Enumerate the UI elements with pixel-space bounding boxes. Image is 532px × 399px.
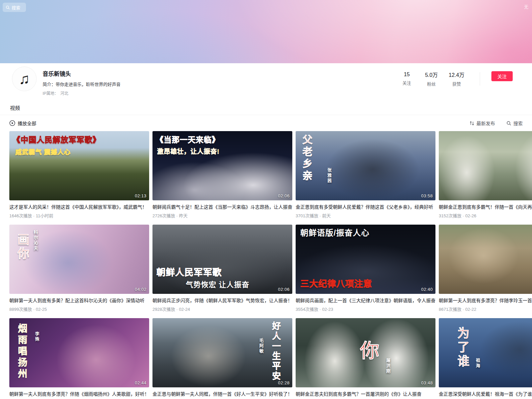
stat-likes-label: 获赞 — [449, 81, 464, 87]
video-thumbnail[interactable]: 画你 科尔沁夫 04:02 — [9, 225, 149, 294]
thumbnail-overlay-text: 烟雨唱扬州 李殊 — [9, 318, 149, 387]
video-card[interactable]: 《当那一天来临》 激昂雄壮，让人振奋! 02:06 朝鲜阅兵霸气十足！配上这首《… — [152, 131, 292, 219]
video-duration: 04:02 — [135, 287, 146, 292]
toolbar-right: 最新发布 搜索 — [469, 120, 523, 126]
video-card[interactable]: 朝鲜语版/振奋人心 三大纪律八项注意 02:40 朝鲜阅兵画面，配上一首《三大纪… — [296, 225, 435, 312]
video-thumbnail[interactable]: 《当那一天来临》 激昂雄壮，让人振奋! 02:06 — [152, 131, 292, 200]
video-card[interactable]: 烟雨唱扬州 李殊 02:44 朝鲜第一夫人到底有多漂亮？伴随《烟雨唱扬州》人美歌… — [9, 318, 149, 399]
list-search-label: 搜索 — [513, 120, 523, 126]
video-stats: 2928次播放 · 02-24 — [152, 306, 292, 312]
video-stats: 8899次播放 · 02-25 — [9, 306, 149, 312]
video-title[interactable]: 朝鲜金正恩夫妇到底有多霸气？一首屠洪刚的《你》让人振奋 — [296, 390, 435, 397]
video-thumbnail[interactable]: 父老乡亲 张雅茜 03:58 — [296, 131, 435, 200]
top-search-label: 搜索 — [12, 4, 20, 11]
video-card[interactable]: 朝鲜人民军军歌 气势恢宏 让人振奋 02:06 朝鲜阅兵正步闪亮，伴随《朝鲜人民… — [152, 225, 292, 312]
tab-videos[interactable]: 视频 — [9, 100, 21, 115]
video-title[interactable]: 金正恩与朝鲜第一夫人同框，伴随一首《好人一生平安》好听极了！ — [152, 390, 292, 397]
video-grid: 《中国人民解放军军歌》 威武霸气 震撼人心 02:13 这才是军人的风采！伴随这… — [0, 130, 532, 399]
video-thumbnail[interactable]: 美人吟 李玲玉 03:57 — [439, 225, 532, 294]
profile-ip-location: IP属地：河北 — [43, 90, 399, 96]
video-card[interactable]: 父老乡亲 张雅茜 03:58 金正恩到底有多受朝鲜人民爱戴？伴随这首《父老乡亲》… — [296, 131, 435, 219]
list-search-button[interactable]: 搜索 — [506, 120, 523, 126]
banner-corner-text: 无 — [524, 3, 532, 10]
thumbnail-overlay-text: 父老乡亲 张雅茜 — [296, 131, 435, 200]
video-stats: 3701次播放 · 前天 — [296, 212, 435, 219]
video-duration: 02:40 — [421, 287, 433, 292]
video-title[interactable]: 朝鲜金正恩到底有多霸气！伴随一首《向天再借五百年》震撼人心！ — [439, 203, 532, 210]
video-duration: 02:06 — [278, 287, 290, 292]
profile-stats: 15 关注 5.0万 粉丝 12.4万 获赞 — [399, 71, 482, 87]
profile-avatar[interactable]: ♫ — [12, 67, 37, 91]
thumbnail-overlay-text: 朝鲜语版/振奋人心 三大纪律八项注意 — [296, 225, 435, 294]
video-title[interactable]: 朝鲜阅兵正步闪亮，伴随《朝鲜人民军军歌》气势恢宏，让人振奋！ — [152, 297, 292, 303]
top-search-box[interactable]: 搜索 — [3, 3, 26, 12]
profile-tabs: 视频 — [0, 100, 532, 115]
video-thumbnail[interactable]: 《中国人民解放军军歌》 威武霸气 震撼人心 02:13 — [9, 131, 149, 200]
video-thumbnail[interactable]: 为了谁 祖海 04:35 — [439, 318, 532, 387]
video-thumbnail[interactable]: 好人一生平安 毛阿敏 02:28 — [152, 318, 292, 387]
video-thumbnail[interactable]: 你 屠洪刚 03:48 — [296, 318, 435, 387]
stat-followers[interactable]: 5.0万 粉丝 — [424, 71, 439, 87]
video-card[interactable]: 《中国人民解放军军歌》 威武霸气 震撼人心 02:13 这才是军人的风采！伴随这… — [9, 131, 149, 219]
video-duration: 03:58 — [421, 193, 433, 198]
stat-likes-value: 12.4万 — [449, 71, 464, 79]
search-icon — [506, 121, 511, 126]
thumbnail-overlay-text: 向天再借五百年 — [439, 131, 532, 200]
video-card[interactable]: 好人一生平安 毛阿敏 02:28 金正恩与朝鲜第一夫人同框，伴随一首《好人一生平… — [152, 318, 292, 399]
video-stats: 8671次播放 · 02-22 — [439, 306, 532, 312]
video-card[interactable]: 画你 科尔沁夫 04:02 朝鲜第一夫人到底有多美？配上这首科尔沁夫的《画你》深… — [9, 225, 149, 312]
stats-divider — [480, 72, 480, 86]
thumbnail-overlay-text: 朝鲜人民军军歌 气势恢宏 让人振奋 — [152, 225, 292, 294]
video-title[interactable]: 朝鲜第一夫人到底有多美？配上这首科尔沁夫的《画你》深情动听 — [9, 297, 149, 303]
video-title[interactable]: 金正恩深受朝鲜人民爱戴！祖海一首《为了谁》歌声亲切，感动人心 — [439, 390, 532, 397]
thumbnail-overlay-text: 《中国人民解放军军歌》 威武霸气 震撼人心 — [9, 131, 149, 200]
video-duration: 02:44 — [135, 380, 146, 385]
video-duration: 02:28 — [278, 380, 290, 385]
video-thumbnail[interactable]: 朝鲜人民军军歌 气势恢宏 让人振奋 02:06 — [152, 225, 292, 294]
video-title[interactable]: 朝鲜阅兵霸气十足！配上这首《当那一天来临》斗志昂扬，让人振奋 — [152, 203, 292, 210]
profile-name: 音乐新镜头 — [43, 68, 399, 78]
stat-likes[interactable]: 12.4万 获赞 — [449, 71, 464, 87]
video-title[interactable]: 朝鲜第一夫人到底有多漂亮？伴随李玲玉一首《美人吟》经典好听！ — [439, 297, 532, 303]
stat-following-value: 15 — [399, 72, 414, 78]
video-title[interactable]: 这才是军人的风采！伴随这首《中国人民解放军军歌》，威武霸气！ — [9, 203, 149, 210]
video-duration: 03:48 — [421, 380, 433, 385]
video-card[interactable]: 向天再借五百年 03:07 朝鲜金正恩到底有多霸气！伴随一首《向天再借五百年》震… — [439, 131, 532, 219]
thumbnail-overlay-text: 好人一生平安 毛阿敏 — [152, 318, 292, 387]
video-card[interactable]: 为了谁 祖海 04:35 金正恩深受朝鲜人民爱戴！祖海一首《为了谁》歌声亲切，感… — [439, 318, 532, 399]
video-card[interactable]: 你 屠洪刚 03:48 朝鲜金正恩夫妇到底有多霸气？一首屠洪刚的《你》让人振奋 … — [296, 318, 435, 399]
stat-following[interactable]: 15 关注 — [399, 72, 414, 86]
play-all-button[interactable]: 播放全部 — [9, 120, 36, 126]
follow-button[interactable]: 关注 — [491, 71, 513, 81]
video-duration: 02:06 — [278, 193, 290, 198]
video-card[interactable]: 美人吟 李玲玉 03:57 朝鲜第一夫人到底有多漂亮？伴随李玲玉一首《美人吟》经… — [439, 225, 532, 312]
music-notes-icon: ♫ — [19, 71, 30, 87]
video-title[interactable]: 朝鲜第一夫人到底有多漂亮？伴随《烟雨唱扬州》人美歌甜，好听！ — [9, 390, 149, 397]
video-title[interactable]: 朝鲜阅兵画面，配上一首《三大纪律八项注意》朝鲜语版，令人振奋 — [296, 297, 435, 303]
thumbnail-overlay-text: 美人吟 李玲玉 — [439, 225, 532, 294]
video-title[interactable]: 金正恩到底有多受朝鲜人民爱戴？伴随这首《父老乡亲》，经典好听 — [296, 203, 435, 210]
sort-icon — [469, 121, 474, 126]
search-icon — [6, 5, 10, 10]
ip-label: IP属地： — [43, 91, 58, 96]
profile-bio: 简介：带你走进音乐，聆听世界的好声音 — [43, 81, 399, 87]
sort-label: 最新发布 — [476, 120, 495, 126]
stat-followers-label: 粉丝 — [424, 81, 439, 87]
thumbnail-overlay-text: 为了谁 祖海 — [439, 318, 532, 387]
stat-following-label: 关注 — [399, 80, 414, 86]
profile-info: 音乐新镜头 简介：带你走进音乐，聆听世界的好声音 IP属地：河北 — [43, 68, 399, 96]
play-circle-icon — [9, 120, 15, 126]
video-toolbar: 播放全部 最新发布 搜索 — [0, 115, 532, 130]
profile-header: ♫ 音乐新镜头 简介：带你走进音乐，聆听世界的好声音 IP属地：河北 15 关注… — [0, 63, 532, 96]
thumbnail-overlay-text: 《当那一天来临》 激昂雄壮，让人振奋! — [152, 131, 292, 200]
video-thumbnail[interactable]: 烟雨唱扬州 李殊 02:44 — [9, 318, 149, 387]
video-stats: 3554次播放 · 02-23 — [296, 306, 435, 312]
ip-value: 河北 — [60, 91, 68, 96]
video-stats: 2726次播放 · 昨天 — [152, 212, 292, 219]
sort-latest-button[interactable]: 最新发布 — [469, 120, 495, 126]
stat-followers-value: 5.0万 — [424, 71, 439, 79]
play-all-label: 播放全部 — [18, 120, 36, 126]
video-stats: 3152次播放 · 02-26 — [439, 212, 532, 219]
video-thumbnail[interactable]: 朝鲜语版/振奋人心 三大纪律八项注意 02:40 — [296, 225, 435, 294]
video-thumbnail[interactable]: 向天再借五百年 03:07 — [439, 131, 532, 200]
